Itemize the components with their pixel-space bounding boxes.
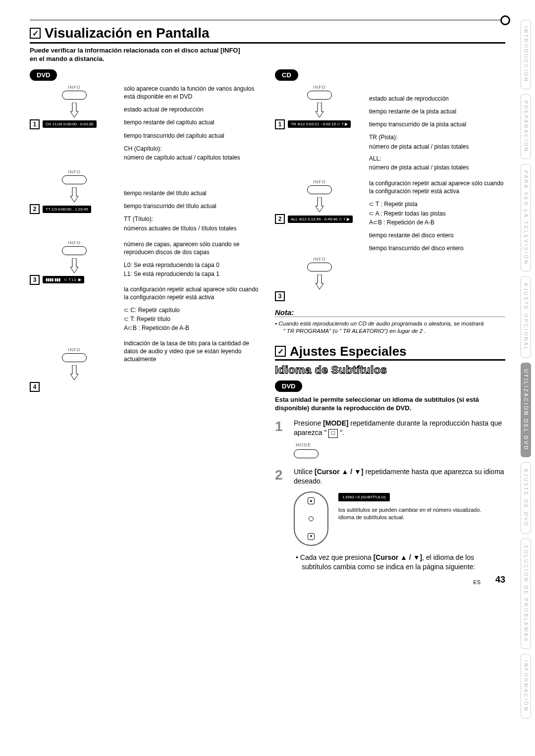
dvd-tt-head: TT (Título):: [124, 215, 260, 223]
cursor-down-icon: ▼: [308, 533, 315, 540]
info-label: INFO: [68, 347, 81, 352]
step-box-3: 3: [275, 291, 285, 301]
arrow-down-icon: [69, 365, 79, 380]
dvd-t-rem: tiempo restante del título actual: [124, 189, 260, 197]
dvd-pill: DVD: [30, 69, 57, 81]
arrow-down-icon: [315, 103, 324, 117]
checkbox-icon: ✓: [30, 28, 41, 39]
dvd-t-elap: tiempo transcurrido del título actual: [124, 202, 260, 210]
cd-all-head: ALL:: [369, 155, 505, 162]
step1-text: Presione [MODE] repetidamente durante la…: [294, 419, 502, 437]
info-button-icon: [307, 185, 332, 194]
dvd-ch-head: CH (Capítulo):: [124, 145, 260, 153]
subtitle-icon: ☐: [328, 429, 338, 438]
dvd-trem: tiempo restante del capítulo actual: [124, 118, 260, 126]
arrow-down-icon: [69, 187, 79, 202]
dvd-angle-note: sólo aparece cuando la función de varios…: [124, 85, 260, 101]
remote-ring-icon: [309, 516, 314, 521]
corner-circle-icon: [500, 15, 510, 25]
info-label: INFO: [68, 240, 81, 245]
dvd-rc: ⊂ C: Repetir capítulo: [124, 306, 260, 314]
cd-telap: tiempo transcurrido de la pista actual: [369, 120, 505, 128]
tab-para-ver-tv[interactable]: PARA VER LA TELEVISIÓN: [521, 164, 531, 271]
arrow-down-icon: [315, 197, 324, 212]
mode-label: MODE: [296, 442, 505, 448]
step-box-3: 3: [30, 275, 40, 285]
cd-ra: ⊂ A : Repetir todas las pistas: [369, 210, 505, 217]
cd-rt: ⊂ T : Repetir pista: [369, 200, 505, 208]
step-box-1: 1: [275, 119, 285, 129]
arrow-down-icon: [69, 103, 79, 117]
info-button-icon: [307, 91, 332, 100]
dvd-bitrate: indicación de la tasa de bits para la ca…: [124, 339, 260, 364]
note-heading: Nota:: [275, 308, 505, 317]
ajustes-title: ✓ Ajustes Especiales: [275, 344, 505, 361]
dvd-rab: A⊂B : Repetición de A-B: [124, 324, 260, 332]
info-button-icon: [307, 263, 332, 271]
cd-d-rem: tiempo restante del disco entero: [369, 231, 505, 239]
cd-repeat-head: la configuración repetir actual aparece …: [369, 179, 505, 195]
info-button-icon: [62, 246, 87, 255]
remote-icon: ▲ ▼: [294, 491, 328, 546]
lang-code: ES: [473, 579, 481, 585]
mode-button-icon: [294, 449, 319, 458]
info-label: INFO: [68, 169, 81, 174]
step-number-2: 2: [275, 467, 289, 572]
info-label: INFO: [313, 179, 326, 184]
cd-tr-body: número de pista actual / pistas totales: [369, 143, 505, 151]
info-button-icon: [62, 175, 87, 184]
subtitle-display: 1.ENG / 6 (SUBTÍTULO): [338, 493, 390, 501]
step-number-1: 1: [275, 419, 289, 459]
display-bar-3: ▮▮▮▮ ▮▮▮ ⊂ T L1 ▶: [43, 276, 84, 283]
info-button-icon: [62, 91, 87, 100]
dvd-l0: L0: Se está reproduciendo la capa 0: [124, 261, 260, 269]
info-button-icon: [62, 353, 87, 362]
sublabel-1: los subtítulos se pueden cambiar en el n…: [338, 506, 482, 514]
section-tabs: INTRODUCCIÓN PREPARACIÓN PARA VER LA TEL…: [521, 20, 531, 718]
cd-all-body: número de pista actual / pistas totales: [369, 163, 505, 171]
cursor-up-icon: ▲: [308, 497, 315, 504]
info-label: INFO: [68, 85, 81, 90]
dvd-l1: L1: Se está reproduciendo la capa 1: [124, 270, 260, 278]
sublabel-2: idioma de subtítulos actual.: [338, 514, 482, 521]
subtitle-heading: Idioma de Subtítulos: [275, 364, 505, 377]
cd-estado: estado actual de reproducción: [369, 95, 505, 103]
tab-preparacion[interactable]: PREPARACIÓN: [521, 94, 531, 159]
dvd-ch-body: número de capítulo actual / capítulos to…: [124, 154, 260, 162]
page-title: ✓ Visualización en Pantalla: [30, 25, 505, 44]
cd-rab: A⊂B : Repetición de A-B: [369, 218, 505, 226]
dvd-rt: ⊂ T: Repetir título: [124, 315, 260, 323]
tab-informacion[interactable]: INFORMACIÓN: [521, 654, 531, 718]
note-body: • Cuando está reproduciendo un CD de aud…: [275, 320, 505, 335]
step-box-2: 2: [275, 214, 285, 224]
step-box-1: 1: [30, 119, 40, 129]
title-text: Visualización en Pantalla: [45, 25, 210, 41]
intro-text: Puede verificar la información relaciona…: [30, 47, 248, 63]
arrow-down-icon: [315, 274, 324, 289]
dvd-tt-body: números actuales de títulos / títulos to…: [124, 224, 260, 232]
step2-text: Utilice [Cursor ▲ / ▼] repetidamente has…: [294, 468, 504, 486]
display-bar-1: CH 11/16 0:00:00 - 0:03:30: [43, 120, 97, 128]
cd-trem: tiempo restante de la pista actual: [369, 108, 505, 115]
dvd-repeat-head: la configuración repetir actual aparece …: [124, 285, 260, 301]
step-box-4: 4: [30, 382, 40, 392]
arrow-down-icon: [69, 258, 79, 273]
tab-solucion-problemas[interactable]: SOLUCIÓN DE PROBLEMAS: [521, 539, 531, 649]
display-bar-2: TT 1/3 0:00:00 - 1:23:45: [43, 206, 91, 213]
top-rule: [30, 20, 505, 20]
tab-ajuste-opcional[interactable]: AJUSTE OPCIONAL: [521, 276, 531, 358]
tab-introduccion[interactable]: INTRODUCCIÓN: [521, 20, 531, 89]
dvd-telap: tiempo transcurrido del capítulo actual: [124, 132, 260, 140]
dvd-pill-2: DVD: [275, 380, 302, 392]
cd-display-2: ALL 4/12 0:13:45 - 0:45:40 ⊂ T ▶: [288, 216, 353, 223]
tab-ajuste-dvd[interactable]: AJUSTE DE DVD: [521, 462, 531, 534]
info-label: INFO: [313, 257, 326, 262]
ajustes-body: Esta unidad le permite seleccionar un id…: [275, 396, 505, 413]
tab-utilizacion-dvd[interactable]: UTILIZACIÓN DEL DVD: [521, 363, 531, 457]
step2-bullet: • Cada vez que presiona [Cursor ▲ / ▼], …: [294, 553, 505, 572]
page-number: 43: [495, 575, 505, 585]
cd-d-elap: tiempo transcurrido del disco entero: [369, 244, 505, 252]
checkbox-icon: ✓: [275, 346, 286, 357]
step-box-2: 2: [30, 204, 40, 214]
cd-pill: CD: [275, 69, 298, 81]
